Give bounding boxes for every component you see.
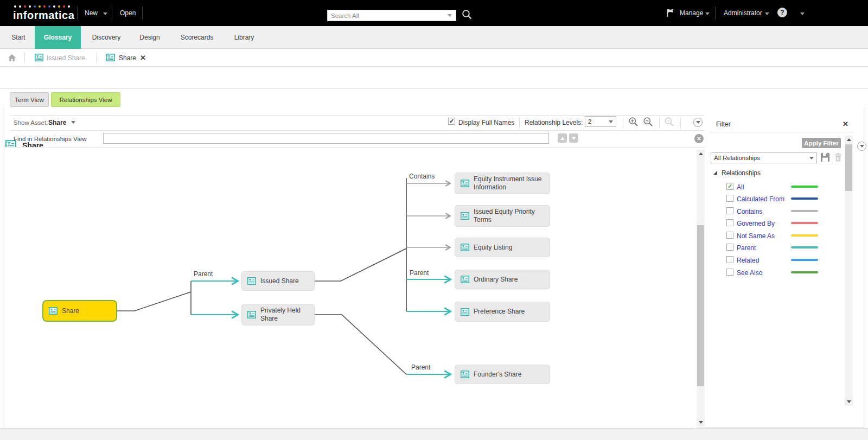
node-share[interactable]: Share [42,300,117,322]
open-tab-share[interactable]: Share [119,54,136,62]
node-issued-share[interactable]: Issued Share [241,271,315,291]
status-strip [0,428,868,440]
close-tab-icon[interactable]: ✕ [140,54,146,62]
find-previous-button[interactable] [558,133,567,143]
checkbox-related[interactable] [726,256,733,263]
filter-item-parent: Parent [707,244,857,253]
relationship-levels-select[interactable]: 2 [585,116,616,127]
open-tab-issued-share[interactable]: Issued Share [47,54,85,62]
tab-design[interactable]: Design [132,26,167,49]
scroll-up-icon[interactable] [845,136,853,144]
filter-preset-select[interactable]: All Relationships [711,152,817,163]
zoom-out-icon[interactable] [643,117,653,127]
relationship-color-line [791,210,818,212]
term-icon [247,277,256,285]
scroll-up-icon[interactable] [697,150,705,158]
tab-start[interactable]: Start [4,26,33,49]
zoom-in-icon[interactable] [628,117,639,127]
filter-item-label[interactable]: See Also [737,269,762,277]
find-input[interactable] [103,133,549,144]
diagram-scrollbar[interactable] [697,150,705,426]
scroll-down-icon[interactable] [697,418,705,426]
divider [142,7,143,20]
display-full-names-checkbox[interactable]: ✓ [448,118,455,125]
filter-scrollbar[interactable] [845,136,853,406]
term-icon [461,371,469,378]
new-menu[interactable]: New [85,9,98,17]
term-icon [461,276,469,283]
node-ordinary-share[interactable]: Ordinary Share [455,270,550,289]
filter-item-governed-by: Governed By [707,219,857,228]
tab-discovery[interactable]: Discovery [86,26,127,49]
find-next-button[interactable] [569,133,578,143]
node-equity-listing[interactable]: Equity Listing [455,238,550,257]
relationship-color-line [791,197,818,200]
scrollbar-thumb[interactable] [845,144,852,191]
filter-panel-title: Filter [716,120,731,128]
filter-item-label[interactable]: All [737,183,744,191]
main-nav: Start Glossary Discovery Design Scorecar… [0,26,868,49]
checkbox-not-same-as[interactable] [726,232,733,239]
checkbox-calculated-from[interactable] [726,195,733,202]
new-caret-icon[interactable] [103,12,107,15]
brand-dots-icon [14,5,70,8]
application-window: informatica New Open Manage Administ [0,0,868,440]
diagram-edges [4,148,697,428]
apply-filter-button[interactable]: Apply Filter [802,138,841,148]
tree-collapse-icon[interactable] [713,171,717,175]
tab-scorecards[interactable]: Scorecards [175,26,219,49]
filter-item-label[interactable]: Contains [737,208,762,215]
term-icon [49,307,58,315]
filter-item-calculated-from: Calculated From [707,195,857,204]
scrollbar-thumb[interactable] [697,225,704,386]
search-input[interactable] [328,11,448,20]
node-privately-held-share[interactable]: Privately Held Share [241,304,315,326]
relationships-view-button[interactable]: Relationships View [51,92,120,107]
filter-item-label[interactable]: Related [737,257,759,264]
open-menu[interactable]: Open [120,9,136,17]
user-caret-icon[interactable] [765,12,769,15]
help-icon[interactable]: ? [777,8,787,17]
search-scope-caret-icon[interactable] [448,14,452,17]
node-founders-share[interactable]: Founder's Share [455,365,550,384]
find-label: Find in Relationships View [14,136,87,142]
filter-item-label[interactable]: Calculated From [737,195,784,203]
divider [715,7,716,20]
checkbox-see-also[interactable] [726,269,733,276]
scroll-down-icon[interactable] [845,398,853,406]
search-icon[interactable] [462,9,473,20]
manage-caret-icon[interactable] [705,12,710,15]
checkbox-parent[interactable] [726,244,733,251]
divider [623,118,623,128]
node-preference-share[interactable]: Preference Share [455,302,550,322]
tab-glossary[interactable]: Glossary [35,26,81,49]
checkbox-governed-by[interactable] [726,219,733,226]
clear-find-icon[interactable]: ✕ [694,134,704,143]
term-view-button[interactable]: Term View [10,92,49,107]
filter-close-icon[interactable]: ✕ [843,120,848,128]
save-filter-icon[interactable] [820,152,830,162]
home-icon[interactable] [8,54,16,62]
flag-icon[interactable] [666,8,675,17]
divider [659,118,660,128]
more-caret-icon[interactable] [800,12,805,15]
relationship-color-line [791,246,818,248]
show-asset-value[interactable]: Share [48,119,66,126]
filter-item-label[interactable]: Governed By [737,220,775,227]
filter-item-label[interactable]: Parent [737,244,756,252]
divider [24,53,25,63]
manage-menu[interactable]: Manage [680,9,703,17]
node-equity-instrument-issue-information[interactable]: Equity Instrument Issue Information [455,173,550,194]
brand-logo: informatica [13,9,74,22]
node-issued-equity-priority-terms[interactable]: Issued Equity Priority Terms [455,205,550,227]
filter-item-label[interactable]: Not Same As [737,232,775,240]
tab-library[interactable]: Library [228,26,260,49]
checkbox-all[interactable]: ✓ [726,183,733,190]
toolbar-chevron-down-icon[interactable] [693,118,703,127]
edge-label-parent: Parent [410,364,431,371]
checkbox-contains[interactable] [726,207,733,214]
term-icon [35,54,43,63]
show-asset-caret-icon[interactable] [71,121,75,124]
select-caret-icon [609,120,613,123]
user-menu[interactable]: Administrator [724,9,762,17]
